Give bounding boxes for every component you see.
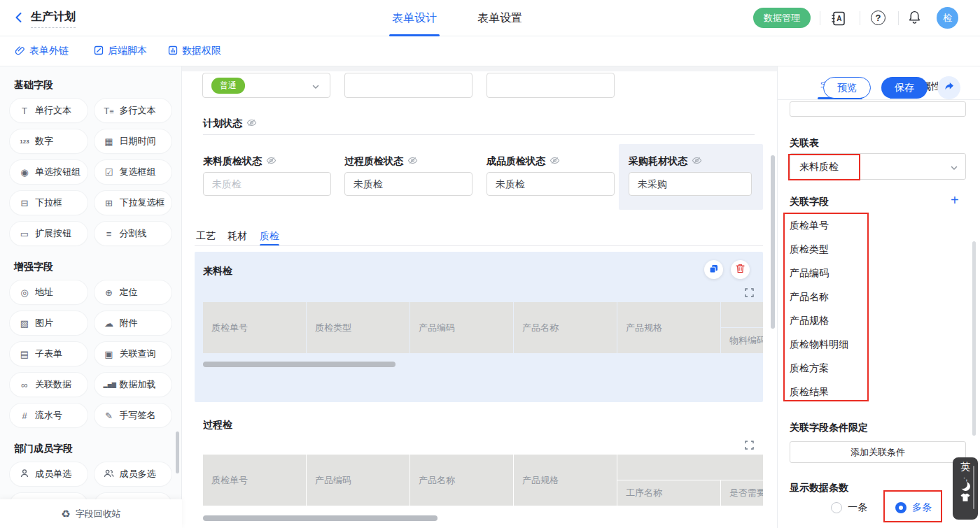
empty-input-1[interactable] bbox=[344, 73, 472, 98]
attachment-icon: ☁ bbox=[104, 318, 115, 329]
process-qc-status-field[interactable]: 过程质检状态 bbox=[344, 155, 418, 168]
related-field-item[interactable]: 质检方案 bbox=[790, 357, 848, 380]
column-header[interactable]: 质检单号 bbox=[203, 455, 306, 506]
data-manage-button[interactable]: 数据管理 bbox=[753, 8, 811, 28]
incoming-table-hscrollbar[interactable] bbox=[203, 362, 396, 367]
field-item-number[interactable]: 123数字 bbox=[10, 129, 88, 153]
backend-script-link[interactable]: 后端脚本 bbox=[94, 36, 147, 66]
finished-qc-status-field[interactable]: 成品质检状态 bbox=[486, 155, 560, 168]
field-item-divider[interactable]: ≡分割线 bbox=[94, 222, 172, 245]
process-qc-status-input[interactable]: 未质检 bbox=[344, 172, 472, 196]
column-header[interactable]: 产品名称 bbox=[514, 302, 617, 353]
finished-qc-status-input[interactable]: 未质检 bbox=[486, 172, 615, 196]
help-icon[interactable]: ? bbox=[871, 10, 886, 25]
canvas-scrollbar[interactable] bbox=[771, 155, 775, 329]
moon-icon[interactable] bbox=[961, 482, 970, 491]
delete-field-button[interactable] bbox=[731, 260, 750, 279]
related-field-item[interactable]: 产品名称 bbox=[790, 285, 848, 309]
share-button[interactable] bbox=[937, 76, 960, 99]
section-title-basic-fields: 基础字段 bbox=[14, 79, 172, 92]
partial-scrolled-input[interactable] bbox=[790, 101, 966, 117]
column-header[interactable]: 工序名称 bbox=[617, 480, 720, 506]
field-recycle-bin[interactable]: ♻ 字段回收站 bbox=[0, 499, 182, 528]
canvas-tab-craft[interactable]: 工艺 bbox=[196, 230, 216, 243]
panel-scrollbar[interactable] bbox=[972, 241, 976, 436]
field-item-member-multi[interactable]: 成员多选 bbox=[94, 462, 172, 486]
canvas-tabs-border bbox=[195, 245, 763, 246]
add-condition-button[interactable]: 添加关联条件 bbox=[790, 441, 966, 463]
column-header[interactable]: 质检类型 bbox=[307, 302, 410, 353]
field-item-checkbox-group[interactable]: ☑复选框组 bbox=[94, 160, 172, 184]
ime-toolbar[interactable]: 英 ·, bbox=[953, 457, 978, 520]
radio-multiple[interactable]: 多条 bbox=[895, 501, 932, 514]
radio-selected-icon bbox=[895, 502, 906, 513]
column-header[interactable]: 产品规格 bbox=[514, 455, 617, 506]
field-item-select[interactable]: ⊟下拉框 bbox=[10, 191, 88, 215]
column-header[interactable]: 产品编码 bbox=[307, 455, 410, 506]
related-table-value: 来料质检 bbox=[799, 161, 839, 173]
avatar[interactable]: 检 bbox=[937, 7, 958, 29]
field-item-address[interactable]: ◎地址 bbox=[10, 280, 88, 304]
field-item-subform[interactable]: ▤子表单 bbox=[10, 342, 88, 366]
column-header[interactable]: 产品名称 bbox=[410, 455, 513, 506]
incoming-qc-status-input[interactable]: 未质检 bbox=[203, 172, 331, 196]
field-item-serial-number[interactable]: #流水号 bbox=[10, 404, 88, 427]
column-header[interactable]: 是否需要 bbox=[721, 480, 763, 506]
field-item-member-single[interactable]: 成员单选 bbox=[10, 462, 88, 486]
recycle-label: 字段回收站 bbox=[76, 508, 121, 520]
field-item-single-line-text[interactable]: T单行文本 bbox=[10, 99, 88, 122]
contacts-icon[interactable]: A bbox=[830, 10, 846, 27]
related-field-item[interactable]: 质检单号 bbox=[790, 214, 848, 238]
field-item-multi-line-text[interactable]: T≡多行文本 bbox=[94, 99, 172, 122]
process-table-hscrollbar[interactable] bbox=[203, 515, 438, 521]
purchase-status-field[interactable]: 采购耗材状态 bbox=[629, 155, 702, 168]
field-item-image[interactable]: ▨图片 bbox=[10, 311, 88, 335]
level-select[interactable]: 普通 bbox=[202, 73, 330, 98]
expand-icon[interactable] bbox=[745, 441, 754, 452]
related-field-item[interactable]: 质检类型 bbox=[790, 238, 848, 262]
field-item-datetime[interactable]: ▦日期时间 bbox=[94, 129, 172, 153]
related-field-item[interactable]: 产品规格 bbox=[790, 309, 848, 333]
related-table-select[interactable]: 来料质检 bbox=[790, 153, 966, 180]
preview-button[interactable]: 预览 bbox=[823, 77, 871, 99]
tab-form-design[interactable]: 表单设计 bbox=[392, 0, 437, 36]
column-header[interactable]: 质检单号 bbox=[203, 302, 306, 353]
field-item-lookup[interactable]: ▣关联查询 bbox=[94, 342, 172, 366]
sidebar-scrollbar[interactable] bbox=[176, 431, 179, 473]
field-item-signature[interactable]: ✎手写签名 bbox=[94, 404, 172, 427]
field-item-relation-data[interactable]: ∞关联数据 bbox=[10, 373, 88, 397]
plan-status-field[interactable]: 计划状态 bbox=[203, 117, 257, 130]
radio-single[interactable]: 一条 bbox=[831, 501, 867, 514]
empty-input-2[interactable] bbox=[486, 73, 615, 98]
field-item-attachment[interactable]: ☁附件 bbox=[94, 311, 172, 335]
tab-form-settings[interactable]: 表单设置 bbox=[477, 0, 522, 36]
column-header[interactable]: 产品规格 bbox=[617, 302, 720, 353]
column-header[interactable]: 产品编码 bbox=[410, 302, 513, 353]
bell-icon[interactable] bbox=[907, 10, 922, 24]
related-field-item[interactable]: 产品编码 bbox=[790, 262, 848, 285]
ime-punctuation-icon[interactable]: ·, bbox=[963, 476, 968, 480]
related-field-item[interactable]: 质检物料明细 bbox=[790, 333, 848, 357]
related-field-item[interactable]: 质检结果 bbox=[790, 380, 848, 404]
field-item-data-load[interactable]: ▂▅▇数据加载 bbox=[94, 373, 172, 397]
canvas-tab-consumables[interactable]: 耗材 bbox=[227, 230, 247, 243]
field-item-multi-select[interactable]: ⊞下拉复选框 bbox=[94, 191, 172, 215]
copy-field-button[interactable] bbox=[704, 260, 723, 279]
shirt-icon[interactable] bbox=[960, 493, 970, 504]
ime-language-state[interactable]: 英 bbox=[960, 461, 970, 473]
back-icon[interactable] bbox=[13, 11, 25, 24]
column-header[interactable]: 物料编码 bbox=[721, 328, 763, 353]
field-item-radio-group[interactable]: ◉单选按钮组 bbox=[10, 160, 88, 184]
process-inspection-title[interactable]: 过程检 bbox=[203, 419, 232, 431]
add-field-icon[interactable]: + bbox=[951, 193, 959, 207]
save-button[interactable]: 保存 bbox=[881, 77, 927, 99]
field-item-extend-button[interactable]: ▭扩展按钮 bbox=[10, 222, 88, 245]
purchase-status-input[interactable]: 未采购 bbox=[629, 172, 752, 196]
data-permission-link[interactable]: 数据权限 bbox=[168, 36, 221, 66]
incoming-qc-status-field[interactable]: 来料质检状态 bbox=[203, 155, 276, 168]
expand-icon[interactable] bbox=[745, 288, 754, 299]
form-external-link[interactable]: 表单外链 bbox=[15, 36, 69, 66]
canvas-tab-quality[interactable]: 质检 bbox=[260, 230, 279, 243]
page-title[interactable]: 生产计划 bbox=[31, 10, 76, 28]
field-item-location[interactable]: ⊕定位 bbox=[94, 280, 172, 304]
